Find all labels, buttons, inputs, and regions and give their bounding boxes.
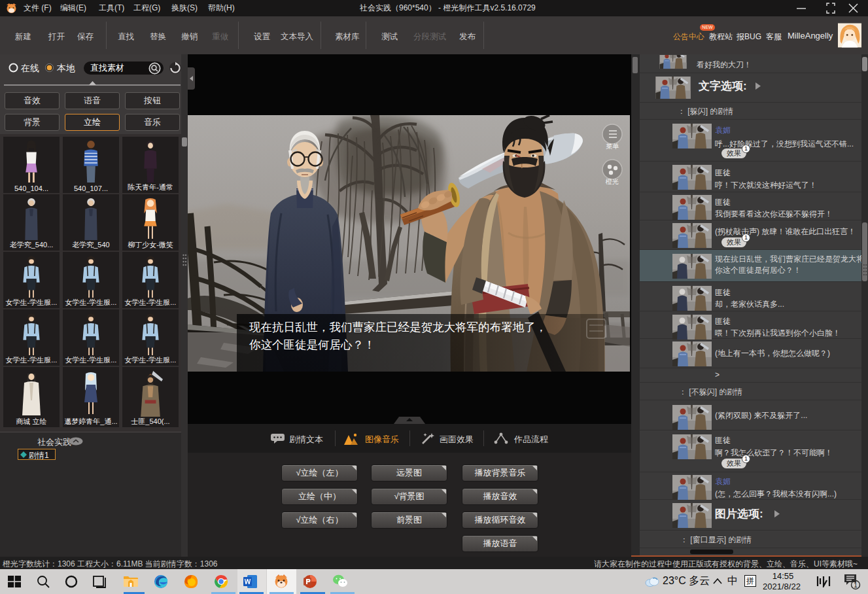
svg-text:现在抗日乱世，我们曹家庄已经是贺龙大将军的布署地了，: 现在抗日乱世，我们曹家庄已经是贺龙大将军的布署地了， (249, 321, 547, 334)
svg-text:你这个匪徒是何居心？！: 你这个匪徒是何居心？！ (249, 338, 375, 351)
svg-text:菜单: 菜单 (606, 143, 619, 150)
svg-text:1: 1 (854, 582, 858, 589)
svg-text:橙光: 橙光 (605, 178, 619, 185)
